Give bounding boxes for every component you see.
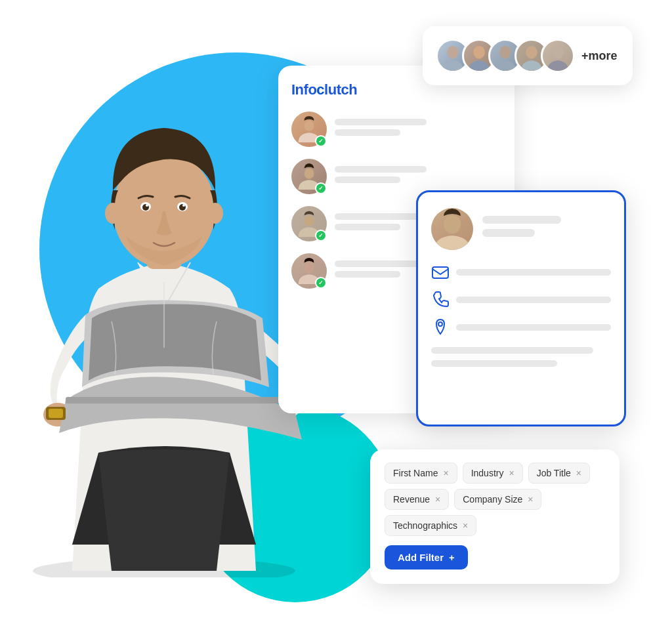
profile-email-row xyxy=(431,263,611,281)
email-icon xyxy=(431,263,450,281)
profile-name-sub-line xyxy=(482,229,535,237)
filter-tag-label: Industry xyxy=(471,468,504,478)
filter-tag-jobtitle[interactable]: Job Title × xyxy=(528,463,590,484)
filter-tag-remove[interactable]: × xyxy=(528,494,533,505)
svg-point-18 xyxy=(499,46,511,58)
svg-rect-26 xyxy=(432,267,448,278)
add-filter-label: Add Filter xyxy=(398,552,444,563)
filter-tag-remove[interactable]: × xyxy=(443,468,448,478)
svg-point-22 xyxy=(304,168,314,178)
contact-line-sub xyxy=(335,176,400,183)
location-icon xyxy=(431,318,450,337)
filter-tag-remove[interactable]: × xyxy=(509,468,514,478)
phone-icon xyxy=(431,291,450,309)
svg-point-24 xyxy=(304,262,314,273)
profile-top xyxy=(431,208,611,250)
avatar-wrapper xyxy=(291,253,327,289)
profile-name-lines xyxy=(482,216,611,242)
main-scene: +more Infoclutch xyxy=(0,0,672,622)
filter-tag-label: Company Size xyxy=(463,494,522,505)
contact-line xyxy=(335,213,427,220)
svg-rect-14 xyxy=(49,409,63,418)
avatar-wrapper xyxy=(291,112,327,147)
svg-point-9 xyxy=(105,203,121,224)
card-avatars: +more xyxy=(423,26,633,85)
profile-extra-line-2 xyxy=(431,360,557,367)
card-filter: First Name × Industry × Job Title × Reve… xyxy=(370,449,620,584)
filter-tag-technographics[interactable]: Technographics × xyxy=(385,515,476,536)
filter-tag-companysize[interactable]: Company Size × xyxy=(454,489,541,510)
logo-clutch: lutch xyxy=(324,81,357,98)
svg-rect-12 xyxy=(66,397,299,404)
more-label: +more xyxy=(581,49,618,63)
filter-tag-label: First Name xyxy=(393,468,438,478)
profile-location-line xyxy=(456,324,611,331)
contact-line-sub xyxy=(335,129,400,136)
avatar-stack-item xyxy=(541,39,575,73)
profile-name-line xyxy=(482,216,561,224)
svg-point-5 xyxy=(146,204,148,207)
svg-point-19 xyxy=(526,46,537,58)
svg-point-27 xyxy=(438,322,442,326)
profile-avatar xyxy=(431,208,473,250)
profile-email-line xyxy=(456,269,611,276)
filter-tags-container: First Name × Industry × Job Title × Reve… xyxy=(385,463,605,536)
card-profile xyxy=(416,190,626,426)
profile-extra-line xyxy=(431,347,593,354)
filter-tag-remove[interactable]: × xyxy=(463,520,468,531)
contact-row xyxy=(291,112,501,147)
add-filter-icon: + xyxy=(449,552,455,563)
add-filter-button[interactable]: Add Filter + xyxy=(385,545,468,570)
avatar-wrapper xyxy=(291,159,327,194)
filter-tag-label: Job Title xyxy=(537,468,571,478)
filter-tag-remove[interactable]: × xyxy=(435,494,440,505)
check-badge xyxy=(315,135,327,147)
svg-point-10 xyxy=(207,203,223,224)
svg-point-25 xyxy=(444,215,461,234)
filter-tag-remove[interactable]: × xyxy=(576,468,581,478)
filter-tag-revenue[interactable]: Revenue × xyxy=(385,489,449,510)
profile-phone-row xyxy=(431,291,611,309)
svg-point-17 xyxy=(473,46,485,58)
filter-tag-label: Technographics xyxy=(393,520,457,531)
svg-point-23 xyxy=(304,215,314,226)
avatar-stack xyxy=(436,39,575,73)
check-badge xyxy=(315,230,327,241)
cards-area: +more Infoclutch xyxy=(265,26,659,591)
contact-line xyxy=(335,166,427,173)
check-badge xyxy=(315,182,327,194)
contact-lines xyxy=(335,166,501,187)
svg-point-16 xyxy=(447,46,459,58)
filter-tag-industry[interactable]: Industry × xyxy=(463,463,523,484)
logo-info: Info xyxy=(291,81,316,98)
contact-line xyxy=(335,260,427,267)
svg-point-20 xyxy=(552,46,564,58)
contact-line-sub xyxy=(335,224,400,230)
contact-lines xyxy=(335,119,501,140)
contact-line-sub xyxy=(335,271,400,278)
contact-line xyxy=(335,119,427,125)
filter-tag-label: Revenue xyxy=(393,494,430,505)
avatar-wrapper xyxy=(291,206,327,241)
check-badge xyxy=(315,277,327,289)
svg-point-21 xyxy=(304,121,314,131)
svg-point-8 xyxy=(182,204,185,207)
contact-row xyxy=(291,159,501,194)
filter-tag-firstname[interactable]: First Name × xyxy=(385,463,457,484)
profile-location-row xyxy=(431,318,611,337)
profile-phone-line xyxy=(456,297,611,303)
